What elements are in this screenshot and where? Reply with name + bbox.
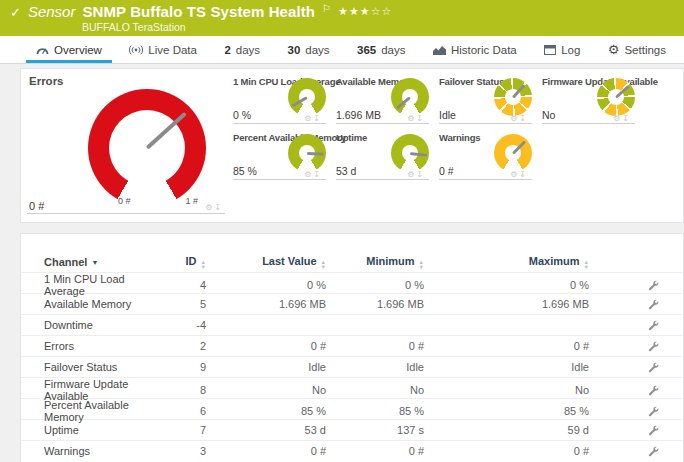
divider — [542, 123, 635, 124]
gauge-needle — [512, 83, 526, 98]
tab-live-data[interactable]: Live Data — [119, 36, 207, 63]
gauge-value: 0 % — [233, 109, 251, 121]
cell-last: 0 # — [206, 445, 326, 457]
cell-last: 0 # — [206, 340, 326, 352]
table-row: Failover Status 9 Idle Idle Idle — [21, 356, 683, 377]
pin-icon[interactable]: ↧ — [313, 170, 322, 179]
gauge-dial — [288, 134, 326, 172]
gauge-dial — [391, 134, 429, 172]
gear-icon[interactable]: ⚙ — [613, 114, 622, 123]
tab-historic-data[interactable]: Historic Data — [423, 36, 527, 63]
edit-channel-icon[interactable] — [648, 362, 659, 373]
gear-icon[interactable]: ⚙ — [304, 114, 313, 123]
gauge-needle — [396, 96, 411, 110]
gauges-panel: Errors 0 # 1 # 0 # ⚙↧ 1 Min CPU Load Ave… — [20, 68, 684, 223]
cell-max: 0 # — [424, 445, 589, 457]
gauge-tile: 1 Min CPU Load Average 0 % ⚙↧ — [233, 71, 336, 127]
gauge-value: No — [542, 109, 555, 121]
gear-icon[interactable]: ⚙ — [510, 114, 519, 123]
cell-channel: Available Memory — [44, 298, 161, 310]
edit-channel-icon[interactable] — [648, 446, 659, 457]
gauge-dial — [494, 78, 532, 116]
edit-channel-icon[interactable] — [648, 320, 659, 331]
tab-365-days[interactable]: 365days — [347, 36, 415, 63]
table-row: Errors 2 0 # 0 # 0 # — [21, 335, 683, 356]
channel-table-body: 1 Min CPU Load Average 4 0 % 0 % 0 % Ava… — [21, 272, 683, 461]
edit-channel-icon[interactable] — [648, 299, 659, 310]
gear-icon[interactable]: ⚙ — [304, 170, 313, 179]
col-header-channel[interactable]: Channel▼ — [44, 256, 161, 268]
edit-channel-icon[interactable] — [648, 385, 659, 396]
cell-min: 1.696 MB — [326, 298, 424, 310]
cell-min: No — [326, 384, 424, 396]
gauge-tile: Available Memory 1.696 MB ⚙↧ — [336, 71, 439, 127]
cell-id: 4 — [161, 279, 206, 291]
pin-icon[interactable]: ↧ — [416, 114, 425, 123]
parent-device-link[interactable]: BUFFALO TeraStation — [82, 21, 186, 33]
divider — [233, 179, 326, 180]
gauge-dial — [597, 78, 635, 116]
pin-icon[interactable]: ↧ — [416, 170, 425, 179]
gauge-title: Uptime — [336, 132, 367, 143]
tab-30-days[interactable]: 30days — [278, 36, 340, 63]
gauge-title: Failover Status — [439, 76, 504, 87]
divider — [233, 123, 326, 124]
col-header-maximum[interactable]: Maximum▲▼ — [424, 255, 589, 269]
gauge-scale-min: 0 # — [118, 196, 131, 206]
divider — [336, 123, 429, 124]
cell-max: 0 % — [424, 279, 589, 291]
cell-max: No — [424, 384, 589, 396]
pin-icon[interactable]: ↧ — [622, 114, 631, 123]
cell-channel: Uptime — [44, 424, 161, 436]
divider — [439, 123, 532, 124]
gauge-tile: Uptime 53 d ⚙↧ — [336, 127, 439, 183]
cell-id: 8 — [161, 384, 206, 396]
gauge-value: 85 % — [233, 165, 257, 177]
gear-icon[interactable]: ⚙ — [407, 170, 416, 179]
edit-channel-icon[interactable] — [648, 406, 659, 417]
prtg-sensor-page: ✓ Sensor SNMP Buffalo TS System Health ⚐… — [0, 0, 684, 462]
cell-last: 1.696 MB — [206, 298, 326, 310]
sensor-header: ✓ Sensor SNMP Buffalo TS System Health ⚐… — [0, 0, 684, 36]
cell-min: 0 # — [326, 340, 424, 352]
gauge-tile: Failover Status Idle ⚙↧ — [439, 71, 542, 127]
cell-min: 0 # — [326, 445, 424, 457]
tab-2-days[interactable]: 2days — [214, 36, 270, 63]
gauge-title: 1 Min CPU Load Average — [233, 76, 340, 87]
pin-icon[interactable]: ↧ — [313, 114, 322, 123]
sort-icon: ▲▼ — [584, 260, 589, 269]
divider — [336, 179, 429, 180]
cell-last: 85 % — [206, 405, 326, 417]
object-kind-label: Sensor — [28, 3, 76, 20]
gauge-icon — [36, 44, 49, 55]
col-header-last-value[interactable]: Last Value▲▼ — [206, 255, 326, 269]
gauge-tile: Warnings 0 # ⚙↧ — [439, 127, 542, 183]
gauge-needle — [512, 140, 526, 154]
gauge-dial — [288, 78, 326, 116]
table-row: Percent Available Memory 6 85 % 85 % 85 … — [21, 398, 683, 419]
tab-log[interactable]: Log — [534, 36, 590, 63]
log-icon — [544, 45, 556, 55]
sort-caret-icon: ▼ — [91, 259, 98, 266]
pin-icon[interactable]: ↧ — [519, 114, 528, 123]
edit-channel-icon[interactable] — [648, 341, 659, 352]
main-gauge-dial: 0 # 1 # — [88, 89, 206, 207]
gauge-title: Percent Available Memory — [233, 132, 346, 143]
edit-channel-icon[interactable] — [648, 280, 659, 291]
divider — [27, 213, 225, 214]
status-ok-icon: ✓ — [10, 5, 21, 20]
tab-settings[interactable]: ⚙ Settings — [598, 36, 676, 63]
gear-icon[interactable]: ⚙ — [407, 114, 416, 123]
col-header-id[interactable]: ID▲▼ — [161, 255, 206, 269]
gauge-needle — [291, 96, 308, 107]
pin-icon[interactable]: ↧ — [519, 170, 528, 179]
priority-stars[interactable]: ★★★☆☆ — [338, 5, 392, 18]
tab-overview[interactable]: Overview — [26, 36, 112, 63]
col-header-minimum[interactable]: Minimum▲▼ — [326, 255, 424, 269]
pin-icon[interactable]: ↧ — [214, 203, 223, 212]
gear-icon[interactable]: ⚙ — [510, 170, 519, 179]
edit-channel-icon[interactable] — [648, 425, 659, 436]
cell-channel: Warnings — [44, 445, 161, 457]
table-row: Firmware Update Available 8 No No No — [21, 377, 683, 398]
gear-icon[interactable]: ⚙ — [205, 203, 214, 212]
